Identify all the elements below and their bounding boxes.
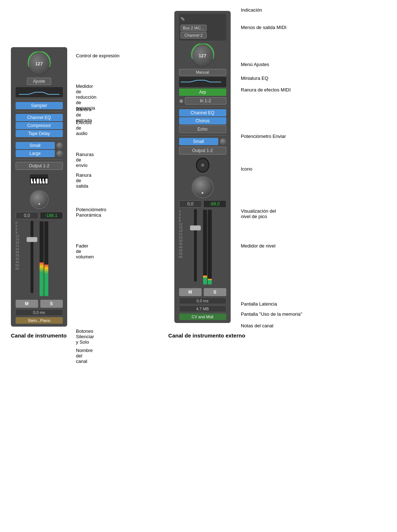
pan-knob[interactable]	[30, 190, 49, 209]
ann-medidor-nivel: Medidor de nivel	[241, 243, 275, 249]
svg-rect-11	[44, 178, 45, 181]
expression-knob-right[interactable]: 127	[192, 45, 213, 66]
mute-button-right[interactable]: M	[179, 288, 202, 296]
ann-ranura-salida: Ranura de salida	[76, 172, 92, 189]
meter-bar-right-l	[203, 210, 207, 285]
peak-neg-right[interactable]: -88,0	[203, 200, 226, 208]
latency-display-left: 0,0 ms	[16, 309, 63, 316]
right-channel-strip: ✎ Bus 2 IAC... Channel 2 127	[174, 11, 231, 323]
divider-right-1	[179, 107, 226, 107]
meter-fill-r	[44, 265, 48, 296]
output-slot-right-button[interactable]: Output 1-2	[179, 147, 226, 155]
settings-menu-button[interactable]: Manual	[179, 69, 226, 75]
solo-button-left[interactable]: S	[40, 300, 63, 308]
fader-col-right[interactable]	[188, 209, 203, 285]
top-midi-section: ✎ Bus 2 IAC... Channel 2	[179, 14, 226, 41]
midi-out-bus-button[interactable]: Bus 2 IAC...	[181, 25, 207, 31]
ann-potenciometro-enviar: Potenciómetro Enviar	[241, 134, 286, 139]
expression-knob[interactable]: 127	[29, 53, 50, 74]
ann-visualizacion-pico: Visualización delnivel de pico	[241, 208, 276, 219]
ann-pantalla-memoria: Pantalla "Uso de la memoria"	[241, 311, 302, 317]
send-slots: Small Large	[16, 142, 63, 157]
chain-icon: ⊕	[179, 98, 183, 104]
input-slot-button[interactable]: Sampler	[16, 102, 63, 109]
send-knob-right[interactable]	[220, 138, 226, 145]
ann-efectos-audio: Efectos de audio	[76, 120, 92, 136]
pan-knob-right[interactable]	[192, 176, 214, 198]
fader-section-right: 0 3 6 9 12 15 18 21 24 30 35 40 45 50	[179, 209, 226, 285]
midi-out-channel-button[interactable]: Channel 2	[181, 32, 207, 38]
svg-rect-8	[32, 178, 34, 181]
effect-echo-btn[interactable]: Echo	[179, 125, 226, 133]
eq-thumbnail	[179, 77, 226, 87]
fader-thumb-right[interactable]	[190, 225, 201, 230]
scale-col-left: 0 3 6 9 12 15 18 21 24 30 35 40 45 50	[16, 221, 24, 297]
audio-effects-right: Channel EQ Chorus Echo	[179, 109, 226, 133]
svg-rect-10	[41, 178, 42, 181]
svg-rect-7	[45, 179, 48, 184]
peak-neutral-right[interactable]: 0,0	[179, 200, 202, 208]
pencil-icon[interactable]: ✎	[181, 16, 185, 22]
midi-effect-arp-button[interactable]: Arp	[179, 89, 226, 96]
divider-right-2	[179, 135, 226, 136]
effect-right-channel-eq-btn[interactable]: Channel EQ	[179, 109, 226, 116]
send-slot-right: Small	[179, 138, 226, 145]
left-channel-title: Canal de instrumento	[11, 332, 66, 339]
peak-neg-left[interactable]: -188,1	[40, 212, 63, 219]
meter-fill-right-r	[208, 279, 212, 285]
divider-2	[16, 111, 63, 112]
mute-solo-row-left: M S	[16, 300, 63, 308]
svg-rect-4	[37, 179, 39, 184]
ann-fader: Fader de volumen	[76, 243, 94, 259]
ann-control-expresion: Control de expresión	[76, 53, 119, 58]
effect-chorus-btn[interactable]: Chorus	[179, 117, 226, 124]
fader-section-left: 0 3 6 9 12 15 18 21 24 30 35 40 45 50	[16, 221, 63, 297]
in-slot-row: ⊕ In 1-2	[179, 97, 226, 105]
ann-pan: PotenciómetroPanorámica	[76, 207, 106, 218]
pencil-row: ✎	[181, 16, 185, 23]
peak-neutral-left[interactable]: 0,0	[16, 212, 39, 219]
page-container: 127 Ajuste Sampler	[0, 0, 397, 532]
fader-col-left[interactable]	[24, 221, 40, 297]
mute-solo-row-right: M S	[179, 288, 226, 296]
ajuste-button[interactable]: Ajuste	[27, 78, 51, 85]
effect-channel-eq-btn[interactable]: Channel EQ	[16, 114, 63, 121]
meter-bar-l	[40, 221, 44, 296]
ann-miniatura-eq: Miniatura EQ	[241, 75, 268, 81]
ann-notas-canal: Notas del canal	[241, 323, 274, 328]
peak-display-row: 0,0 -188,1	[16, 212, 63, 219]
audio-effects-group: Channel EQ Compressor Tape Delay	[16, 114, 63, 137]
mute-button-left[interactable]: M	[16, 300, 38, 308]
send-knob-1[interactable]	[56, 142, 63, 149]
ann-mute-solo: Botones Silenciar y Solo	[76, 328, 94, 345]
divider-4	[16, 159, 63, 160]
ann-indicacion: Indicación	[241, 7, 262, 13]
ann-menu-ajustes: Menú Ajustes	[241, 62, 269, 67]
svg-rect-9	[35, 178, 37, 181]
expression-knob-container[interactable]: 127	[27, 52, 51, 75]
chain-input-button[interactable]: In 1-2	[185, 97, 226, 105]
send-small-button[interactable]: Small	[16, 142, 55, 149]
left-channel-strip: 127 Ajuste Sampler	[11, 47, 67, 327]
gain-reduction-meter	[16, 87, 63, 97]
effect-compressor-btn[interactable]: Compressor	[16, 122, 63, 129]
effect-tapedelay-btn[interactable]: Tape Delay	[16, 130, 63, 137]
meter-col-left	[40, 221, 48, 297]
send-knob-2[interactable]	[56, 150, 63, 157]
peak-display-right: 0,0 -88,0	[179, 200, 226, 208]
send-small-right-button[interactable]: Small	[179, 138, 218, 145]
ann-midi-out: Menús de salida MIDI	[241, 25, 287, 30]
meter-bar-right-r	[208, 210, 212, 285]
right-channel-title: Canal de instrumento externo	[168, 332, 245, 339]
fader-thumb-left[interactable]	[27, 237, 37, 242]
ann-pantalla-latencia: Pantalla Latencia	[241, 301, 277, 307]
expression-knob-right-container[interactable]: 127	[191, 44, 215, 67]
send-large-button[interactable]: Large	[16, 150, 55, 157]
ann-ranuras-envio: Ranuras de envío	[76, 152, 94, 168]
solo-button-right[interactable]: S	[204, 288, 226, 296]
ann-icono: Icono	[241, 166, 252, 172]
output-slot-button[interactable]: Output 1-2	[16, 162, 63, 170]
send-slot-2: Large	[16, 150, 63, 157]
memory-display-right: 4,7 MB	[179, 306, 226, 312]
meter-fill-l	[40, 262, 44, 296]
